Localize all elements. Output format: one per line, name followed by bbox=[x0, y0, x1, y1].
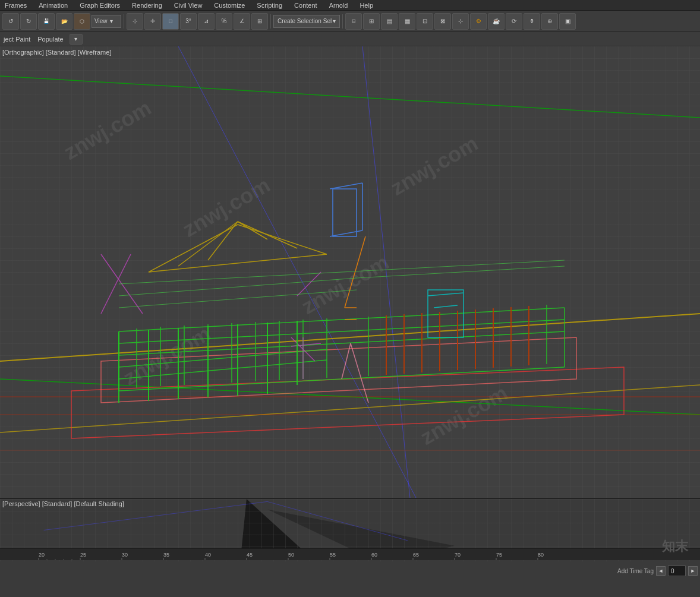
svg-text:65: 65 bbox=[413, 552, 419, 558]
logo-text: 知末 bbox=[662, 539, 688, 554]
menu-bar: Frames Animation Graph Editors Rendering… bbox=[0, 0, 700, 11]
menu-scripting[interactable]: Scripting bbox=[254, 2, 285, 9]
viewport-top[interactable]: znwj.com znwj.com znwj.com znwj.com znwj… bbox=[0, 46, 700, 498]
populate-dropdown[interactable]: ▾ bbox=[70, 34, 83, 45]
table7-btn[interactable]: ☕ bbox=[488, 13, 504, 30]
svg-line-75 bbox=[119, 290, 357, 308]
table3-btn[interactable]: ⊡ bbox=[417, 13, 433, 30]
svg-text:60: 60 bbox=[371, 552, 377, 558]
svg-text:25: 25 bbox=[80, 552, 86, 558]
menu-rendering[interactable]: Rendering bbox=[130, 2, 165, 9]
view-dropdown[interactable]: View ▾ bbox=[92, 15, 121, 28]
separator-1 bbox=[124, 14, 124, 29]
svg-text:40: 40 bbox=[205, 552, 211, 558]
svg-text:35: 35 bbox=[163, 552, 169, 558]
frame-input[interactable] bbox=[668, 566, 686, 576]
main-toolbar: ↺ ↻ 💾 📂 ⬡ View ▾ ⊹ ✛ □ 3° ⊿ % ∠ ⊞ Create… bbox=[0, 11, 700, 32]
table11-btn[interactable]: ▣ bbox=[559, 13, 576, 30]
angle-btn[interactable]: ∠ bbox=[234, 13, 250, 30]
save-button[interactable]: 💾 bbox=[38, 13, 55, 30]
add-time-tag-label: Add Time Tag bbox=[617, 568, 654, 574]
open-button[interactable]: 📂 bbox=[56, 13, 72, 30]
populate-label[interactable]: Populate bbox=[36, 36, 64, 43]
svg-line-66 bbox=[428, 293, 463, 296]
ruler-svg: 20 25 30 35 40 45 50 55 60 65 70 75 80 bbox=[0, 548, 700, 560]
table6-btn[interactable]: ⚙ bbox=[470, 13, 487, 30]
svg-line-53 bbox=[238, 222, 267, 239]
svg-line-54 bbox=[238, 222, 297, 248]
rotate-btn[interactable]: 3° bbox=[180, 13, 197, 30]
svg-line-4 bbox=[0, 314, 700, 361]
svg-line-5 bbox=[0, 385, 700, 432]
svg-line-56 bbox=[330, 183, 362, 189]
scale-btn[interactable]: ⊿ bbox=[198, 13, 215, 30]
table4-btn[interactable]: ⊠ bbox=[434, 13, 451, 30]
svg-text:80: 80 bbox=[538, 552, 544, 558]
table9-btn[interactable]: ⚱ bbox=[524, 13, 540, 30]
svg-line-50 bbox=[238, 225, 327, 254]
svg-line-3 bbox=[362, 46, 410, 498]
svg-line-67 bbox=[434, 305, 458, 308]
snap-btn[interactable]: ⊞ bbox=[251, 13, 268, 30]
prev-frame-btn[interactable]: ◄ bbox=[656, 566, 666, 576]
viewport-divider bbox=[0, 498, 700, 499]
table2-btn[interactable]: ▦ bbox=[399, 13, 415, 30]
add-time-tag-area: Add Time Tag ◄ ► bbox=[617, 566, 698, 576]
svg-text:70: 70 bbox=[455, 552, 461, 558]
svg-rect-88 bbox=[0, 548, 700, 560]
undo-button[interactable]: ↺ bbox=[2, 13, 19, 30]
table5-btn[interactable]: ⊹ bbox=[452, 13, 469, 30]
menu-civil-view[interactable]: Civil View bbox=[172, 2, 204, 9]
brand-logo: 知末 bbox=[662, 536, 688, 555]
svg-line-59 bbox=[101, 254, 131, 314]
svg-text:50: 50 bbox=[288, 552, 294, 558]
menu-content[interactable]: Content bbox=[292, 2, 320, 9]
separator-2 bbox=[270, 14, 271, 29]
svg-line-0 bbox=[0, 76, 700, 118]
svg-line-35 bbox=[119, 320, 565, 343]
create-selection-button[interactable]: Create Selection Sel ▾ bbox=[273, 15, 340, 28]
svg-line-37 bbox=[119, 349, 327, 367]
separator-3 bbox=[342, 14, 343, 29]
project-paint-label[interactable]: ject Paint bbox=[2, 36, 31, 43]
svg-line-38 bbox=[119, 360, 327, 379]
filter-btn[interactable]: ⊟ bbox=[345, 13, 362, 30]
svg-line-51 bbox=[178, 222, 238, 266]
menu-customize[interactable]: Customize bbox=[212, 2, 247, 9]
menu-animation[interactable]: Animation bbox=[36, 2, 70, 9]
menu-arnold[interactable]: Arnold bbox=[327, 2, 351, 9]
toolbar2: ject Paint Populate ▾ bbox=[0, 32, 700, 46]
menu-help[interactable]: Help bbox=[357, 2, 376, 9]
svg-marker-9 bbox=[71, 367, 624, 438]
menu-frames[interactable]: Frames bbox=[2, 2, 29, 9]
redo-button[interactable]: ↻ bbox=[20, 13, 37, 30]
grid-btn[interactable]: ⊞ bbox=[363, 13, 380, 30]
move-button[interactable]: ✛ bbox=[144, 13, 161, 30]
svg-line-73 bbox=[119, 260, 565, 284]
select-button[interactable]: ⊹ bbox=[127, 13, 143, 30]
svg-line-68 bbox=[345, 236, 365, 308]
render-button[interactable]: ⬡ bbox=[74, 13, 90, 30]
svg-text:20: 20 bbox=[39, 552, 45, 558]
table-btn[interactable]: ▤ bbox=[381, 13, 398, 30]
svg-line-36 bbox=[119, 331, 565, 355]
building-wireframe bbox=[0, 46, 700, 498]
svg-text:30: 30 bbox=[122, 552, 128, 558]
select-region-button[interactable]: □ bbox=[162, 13, 179, 30]
svg-line-57 bbox=[330, 230, 362, 236]
timeline-ruler: 20 25 30 35 40 45 50 55 60 65 70 75 80 bbox=[0, 548, 700, 560]
svg-text:55: 55 bbox=[330, 552, 336, 558]
svg-line-2 bbox=[178, 46, 416, 498]
svg-text:45: 45 bbox=[247, 552, 253, 558]
table8-btn[interactable]: ⟳ bbox=[506, 13, 522, 30]
percent-btn[interactable]: % bbox=[216, 13, 232, 30]
menu-graph-editors[interactable]: Graph Editors bbox=[77, 2, 122, 9]
svg-line-61 bbox=[297, 272, 321, 296]
table10-btn[interactable]: ⊕ bbox=[541, 13, 558, 30]
svg-line-48 bbox=[149, 254, 327, 272]
svg-text:75: 75 bbox=[496, 552, 502, 558]
svg-line-74 bbox=[119, 278, 357, 296]
svg-rect-55 bbox=[333, 189, 357, 236]
svg-line-76 bbox=[357, 266, 565, 278]
next-frame-btn[interactable]: ► bbox=[688, 566, 698, 576]
